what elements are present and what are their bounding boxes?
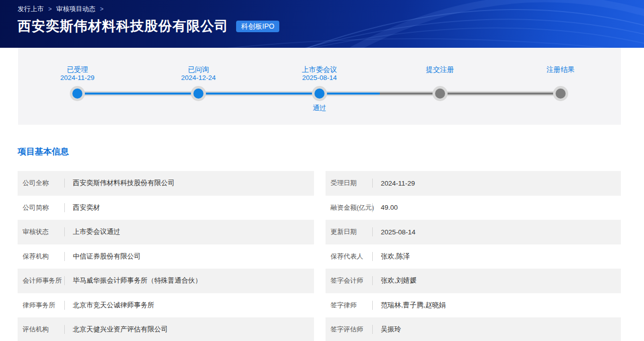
- section-title-basic-info: 项目基本信息: [18, 146, 644, 157]
- timeline-dot-ring: [191, 86, 206, 101]
- info-value: 范瑞林,曹子腾,赵晓娟: [373, 301, 446, 310]
- info-value: 2025-08-14: [373, 228, 415, 236]
- info-label: 融资金额(亿元): [326, 203, 372, 212]
- info-row-acceptance-date: 受理日期 2024-11-29: [326, 171, 621, 196]
- info-row-signing-lawyers: 签字律师 范瑞林,曹子腾,赵晓娟: [326, 293, 621, 318]
- info-label: 会计师事务所: [18, 276, 64, 285]
- timeline-step-label: 上市委会议: [282, 65, 357, 74]
- timeline-step-label: 已受理: [40, 65, 115, 74]
- info-value: 49.00: [373, 204, 398, 211]
- info-value: 张欢,陈泽: [373, 252, 410, 261]
- timeline-step-listing-committee: 上市委会议 2025-08-14 通过: [282, 48, 357, 125]
- timeline-dot-ring: [312, 86, 327, 101]
- timeline-step-inquired: 已问询 2024-12-24: [161, 48, 236, 125]
- info-value: 2024-11-29: [373, 180, 415, 187]
- info-label: 更新日期: [326, 227, 372, 236]
- info-row-sponsor-representatives: 保荐代表人 张欢,陈泽: [326, 244, 621, 269]
- info-value: 吴振玲: [373, 325, 401, 334]
- info-label: 签字评估师: [326, 325, 372, 334]
- info-row-signing-accountants: 签字会计师 张欢,刘婧媛: [326, 269, 621, 293]
- info-table-right: 受理日期 2024-11-29 融资金额(亿元) 49.00 更新日期 2025…: [326, 171, 621, 341]
- info-label: 签字会计师: [326, 276, 372, 285]
- timeline-step-label: 提交注册: [402, 65, 478, 74]
- info-row-sponsor-institution: 保荐机构 中信证券股份有限公司: [18, 244, 314, 269]
- timeline-step-note: 通过: [282, 104, 357, 113]
- info-value: 北京市竞天公诚律师事务所: [65, 301, 154, 310]
- info-row-law-firm: 律师事务所 北京市竞天公诚律师事务所: [18, 293, 314, 318]
- timeline-step-date: 2024-11-29: [40, 74, 115, 81]
- timeline-dot: [193, 89, 203, 99]
- timeline-dot-ring: [70, 86, 85, 101]
- info-value: 张欢,刘婧媛: [373, 276, 416, 285]
- info-value: 中信证券股份有限公司: [65, 252, 141, 261]
- breadcrumb-separator-icon: >: [100, 6, 103, 13]
- timeline-dot: [435, 89, 445, 99]
- review-progress-timeline: 已受理 2024-11-29 已问询 2024-12-24 上市委会议 2025…: [18, 48, 621, 125]
- timeline-step-label: 注册结果: [523, 65, 598, 74]
- info-label: 签字律师: [326, 301, 372, 310]
- breadcrumb-item-review-dynamics[interactable]: 审核项目动态: [56, 5, 95, 14]
- timeline-step-date: 2024-12-24: [161, 74, 236, 81]
- info-value: 西安奕斯伟材料科技股份有限公司: [65, 179, 175, 188]
- page-title-company-name: 西安奕斯伟材料科技股份有限公司: [18, 17, 229, 35]
- timeline-step-accepted: 已受理 2024-11-29: [40, 48, 115, 125]
- breadcrumb-separator-icon: >: [48, 6, 52, 13]
- timeline-step-registration-result: 注册结果: [523, 48, 598, 125]
- info-row-signing-appraiser: 签字评估师 吴振玲: [326, 317, 621, 341]
- timeline-dot-ring: [553, 86, 568, 101]
- timeline-dot: [72, 89, 82, 99]
- info-label: 保荐机构: [18, 252, 64, 261]
- board-type-badge: 科创板IPO: [236, 21, 279, 32]
- info-label: 评估机构: [18, 325, 64, 334]
- info-row-company-full-name: 公司全称 西安奕斯伟材料科技股份有限公司: [18, 171, 314, 196]
- info-label: 保荐代表人: [326, 252, 372, 261]
- info-label: 律师事务所: [18, 301, 64, 310]
- info-label: 公司简称: [18, 203, 64, 212]
- info-label: 公司全称: [18, 179, 64, 188]
- info-value: 上市委会议通过: [65, 227, 121, 236]
- timeline-dot-ring: [433, 86, 448, 101]
- info-label: 审核状态: [18, 227, 64, 236]
- info-row-accounting-firm: 会计师事务所 毕马威华振会计师事务所（特殊普通合伙）: [18, 269, 314, 293]
- timeline-step-submit-registration: 提交注册: [402, 48, 478, 125]
- info-row-review-status: 审核状态 上市委会议通过: [18, 220, 314, 244]
- info-row-appraisal-institution: 评估机构 北京天健兴业资产评估有限公司: [18, 317, 314, 341]
- info-label: 受理日期: [326, 179, 372, 188]
- info-table-left: 公司全称 西安奕斯伟材料科技股份有限公司 公司简称 西安奕材 审核状态 上市委会…: [18, 171, 314, 341]
- breadcrumb-item-issue-listing[interactable]: 发行上市: [18, 5, 44, 14]
- info-row-company-short-name: 公司简称 西安奕材: [18, 196, 314, 220]
- page-header: 发行上市 > 审核项目动态 > 西安奕斯伟材料科技股份有限公司 科创板IPO: [0, 0, 644, 48]
- basic-info-grid: 公司全称 西安奕斯伟材料科技股份有限公司 公司简称 西安奕材 审核状态 上市委会…: [18, 171, 621, 341]
- timeline-step-date: 2025-08-14: [282, 74, 357, 81]
- info-row-financing-amount: 融资金额(亿元) 49.00: [326, 196, 621, 220]
- info-row-update-date: 更新日期 2025-08-14: [326, 220, 621, 244]
- info-value: 毕马威华振会计师事务所（特殊普通合伙）: [65, 276, 202, 285]
- info-value: 西安奕材: [65, 203, 100, 212]
- timeline-step-label: 已问询: [161, 65, 236, 74]
- timeline-dot: [556, 89, 566, 99]
- breadcrumb: 发行上市 > 审核项目动态 >: [18, 0, 644, 14]
- timeline-dot: [314, 89, 325, 99]
- info-value: 北京天健兴业资产评估有限公司: [65, 325, 168, 334]
